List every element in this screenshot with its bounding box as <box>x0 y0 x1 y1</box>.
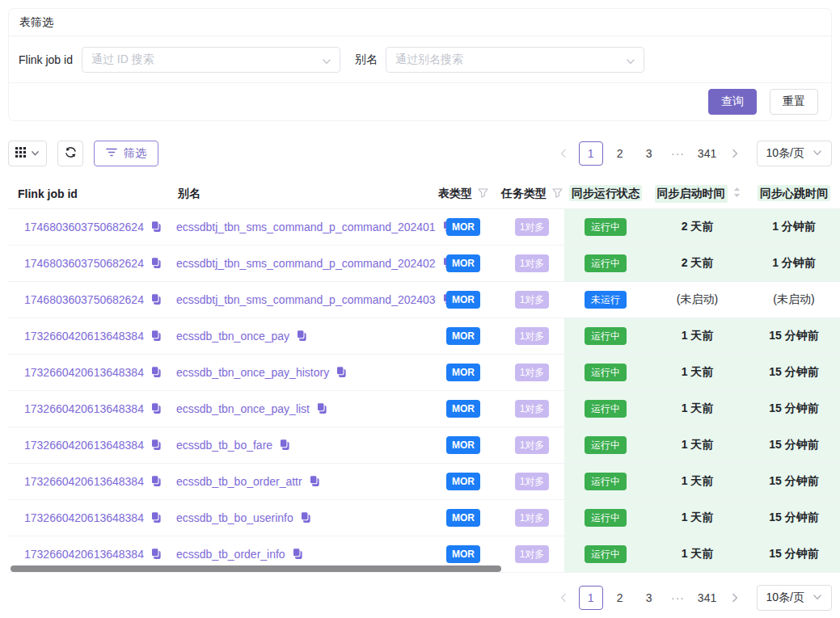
filter-actions-row: 查询 重置 <box>9 82 831 120</box>
copy-icon[interactable] <box>150 439 162 451</box>
table-row: 1732660420613648384 ecssdb_tb_bo_fare MO… <box>8 427 840 463</box>
page-size-select[interactable]: 10条/页 <box>757 585 832 611</box>
task-type-badge: 1对多 <box>515 218 550 236</box>
next-page-button[interactable] <box>724 141 745 166</box>
heartbeat-time-cell: 15 分钟前 <box>748 317 840 354</box>
page-button-341[interactable]: 341 <box>695 586 720 610</box>
col-flink-job-id: Flink job id <box>8 179 168 208</box>
heartbeat-time-cell: (未启动) <box>748 281 840 317</box>
alias-placeholder: 通过别名搜索 <box>395 53 463 67</box>
flink-job-id-link[interactable]: 1732660420613648384 <box>24 511 144 524</box>
chevron-down-icon <box>626 56 635 69</box>
heartbeat-time-cell: 15 分钟前 <box>748 499 840 536</box>
heartbeat-time-cell: 15 分钟前 <box>748 354 840 390</box>
table-header-row: Flink job id 别名 表类型 任务类型 同步运行状态 同步启动时间 同… <box>8 179 840 208</box>
table-row: 1732660420613648384 ecssdb_tbn_once_pay … <box>8 317 840 354</box>
copy-icon[interactable] <box>336 366 347 378</box>
status-badge: 运行中 <box>585 327 627 345</box>
alias-select[interactable]: 通过别名搜索 <box>386 47 644 73</box>
copy-icon[interactable] <box>309 475 320 487</box>
copy-icon[interactable] <box>150 402 162 414</box>
table-type-badge: MOR <box>446 400 480 418</box>
horizontal-scrollbar[interactable] <box>11 565 501 572</box>
table-type-badge: MOR <box>446 327 480 345</box>
refresh-icon <box>65 146 77 161</box>
alias-link[interactable]: ecssdbtj_tbn_sms_command_p_command_20240… <box>176 221 436 233</box>
status-badge: 运行中 <box>585 364 627 381</box>
page-button-1[interactable]: 1 <box>579 586 603 610</box>
page-button-2[interactable]: 2 <box>608 141 632 166</box>
flink-job-id-select[interactable]: 通过 ID 搜索 <box>82 47 340 73</box>
reset-button[interactable]: 重置 <box>770 89 818 115</box>
copy-icon[interactable] <box>300 511 311 523</box>
copy-icon[interactable] <box>296 330 307 342</box>
alias-link[interactable]: ecssdbtj_tbn_sms_command_p_command_20240… <box>176 257 436 270</box>
query-button[interactable]: 查询 <box>708 89 757 115</box>
prev-page-button[interactable] <box>553 141 574 166</box>
alias-link[interactable]: ecssdb_tb_bo_fare <box>176 439 272 452</box>
copy-icon[interactable] <box>150 366 162 378</box>
copy-icon[interactable] <box>150 548 162 560</box>
copy-icon[interactable] <box>150 511 162 523</box>
flink-job-id-label: Flink job id <box>19 53 73 66</box>
status-badge: 运行中 <box>585 509 627 527</box>
flink-job-id-link[interactable]: 1732660420613648384 <box>24 402 144 415</box>
column-settings-button[interactable] <box>8 141 47 166</box>
alias-link[interactable]: ecssdb_tbn_once_pay <box>176 330 289 343</box>
filter-button[interactable]: 筛选 <box>94 141 158 166</box>
copy-icon[interactable] <box>150 221 162 233</box>
col-sync-start-time: 同步启动时间 <box>647 179 748 208</box>
refresh-button[interactable] <box>57 141 83 166</box>
page-button-3[interactable]: 3 <box>637 141 661 166</box>
alias-link[interactable]: ecssdb_tbn_once_pay_list <box>176 402 310 415</box>
copy-icon[interactable] <box>279 439 290 451</box>
page-ellipsis[interactable]: ··· <box>666 586 690 610</box>
sorter-icon[interactable] <box>733 187 741 200</box>
copy-icon[interactable] <box>292 548 303 560</box>
filter-funnel-icon[interactable] <box>552 187 563 200</box>
copy-icon[interactable] <box>150 293 162 305</box>
alias-link[interactable]: ecssdbtj_tbn_sms_command_p_command_20240… <box>176 293 436 306</box>
page-size-select[interactable]: 10条/页 <box>757 141 832 166</box>
copy-icon[interactable] <box>150 257 162 269</box>
flink-job-id-link[interactable]: 1732660420613648384 <box>24 548 144 561</box>
heartbeat-time-cell: 15 分钟前 <box>748 463 840 499</box>
next-page-button[interactable] <box>724 586 745 610</box>
alias-label: 别名 <box>355 53 378 67</box>
task-type-badge: 1对多 <box>515 509 550 527</box>
flink-job-id-link[interactable]: 1746803603750682624 <box>24 293 144 306</box>
page-button-341[interactable]: 341 <box>695 141 720 166</box>
alias-link[interactable]: ecssdb_tb_order_info <box>176 548 285 561</box>
flink-job-id-link[interactable]: 1732660420613648384 <box>24 330 144 343</box>
col-alias: 别名 <box>168 179 427 208</box>
col-table-type: 表类型 <box>427 179 500 208</box>
start-time-cell: 1 天前 <box>647 536 748 572</box>
prev-page-button[interactable] <box>553 586 574 610</box>
flink-job-id-link[interactable]: 1746803603750682624 <box>24 257 144 270</box>
start-time-cell: 1 天前 <box>647 317 748 354</box>
start-time-cell: 2 天前 <box>647 245 748 281</box>
copy-icon[interactable] <box>316 402 327 414</box>
table-type-badge: MOR <box>446 509 480 527</box>
table-type-badge: MOR <box>446 218 480 236</box>
flink-job-id-link[interactable]: 1732660420613648384 <box>24 439 144 452</box>
alias-link[interactable]: ecssdb_tbn_once_pay_history <box>176 366 329 379</box>
table-toolbar: 筛选 123···34110条/页 <box>8 141 832 166</box>
grid-icon <box>15 147 26 160</box>
page-button-3[interactable]: 3 <box>637 586 661 610</box>
filter-funnel-icon[interactable] <box>478 187 488 200</box>
page-button-1[interactable]: 1 <box>579 141 603 166</box>
page-ellipsis[interactable]: ··· <box>666 141 690 166</box>
copy-icon[interactable] <box>150 475 162 487</box>
flink-job-id-link[interactable]: 1746803603750682624 <box>24 221 144 233</box>
copy-icon[interactable] <box>150 330 162 342</box>
alias-link[interactable]: ecssdb_tb_bo_userinfo <box>176 511 293 524</box>
table-row: 1732660420613648384 ecssdb_tb_bo_order_a… <box>8 463 840 499</box>
page-button-2[interactable]: 2 <box>608 586 632 610</box>
flink-job-id-link[interactable]: 1732660420613648384 <box>24 475 144 488</box>
alias-link[interactable]: ecssdb_tb_bo_order_attr <box>176 475 302 488</box>
filter-card-title: 表筛选 <box>9 9 831 36</box>
status-badge: 运行中 <box>585 436 627 454</box>
filter-button-label: 筛选 <box>124 146 146 161</box>
flink-job-id-link[interactable]: 1732660420613648384 <box>24 366 144 379</box>
